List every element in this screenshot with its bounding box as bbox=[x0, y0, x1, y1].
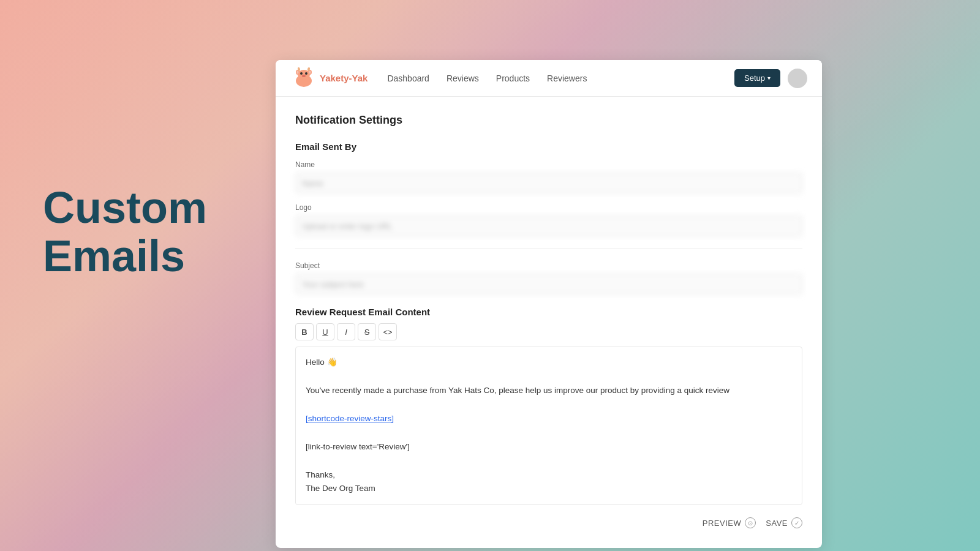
nav-reviewers[interactable]: Reviewers bbox=[547, 73, 587, 83]
email-content-title: Review Request Email Content bbox=[295, 307, 802, 317]
nav-links: Dashboard Reviews Products Reviewers bbox=[387, 73, 734, 83]
email-body-text: You've recently made a purchase from Yak… bbox=[306, 384, 792, 398]
email-sent-by-title: Email Sent By bbox=[295, 141, 802, 152]
save-button[interactable]: SAVE ✓ bbox=[766, 517, 802, 528]
svg-point-8 bbox=[309, 70, 311, 73]
name-input[interactable] bbox=[295, 173, 802, 193]
subject-label: Subject bbox=[295, 261, 802, 270]
navbar: Yakety-Yak Dashboard Reviews Products Re… bbox=[276, 60, 822, 97]
logo-input[interactable] bbox=[295, 216, 802, 236]
email-sent-by-section: Email Sent By Name Logo bbox=[295, 141, 802, 236]
save-icon: ✓ bbox=[791, 517, 802, 528]
footer-actions: PREVIEW ⊙ SAVE ✓ bbox=[295, 517, 802, 528]
email-shortcode-link[interactable]: [link-to-review text='Review'] bbox=[306, 440, 792, 454]
setup-button[interactable]: Setup ▾ bbox=[734, 69, 780, 87]
preview-label: PREVIEW bbox=[703, 519, 741, 528]
nav-right: Setup ▾ bbox=[734, 69, 807, 88]
strikethrough-button[interactable]: S bbox=[358, 323, 376, 340]
svg-point-7 bbox=[297, 70, 299, 73]
name-label: Name bbox=[295, 160, 802, 169]
code-button[interactable]: <> bbox=[379, 323, 397, 340]
svg-point-4 bbox=[302, 75, 306, 77]
nav-products[interactable]: Products bbox=[496, 73, 530, 83]
email-team: The Dev Org Team bbox=[306, 482, 792, 496]
main-card: Yakety-Yak Dashboard Reviews Products Re… bbox=[276, 60, 822, 548]
brand-name: Yakety-Yak bbox=[320, 73, 368, 83]
divider bbox=[295, 249, 802, 249]
email-shortcode-stars[interactable]: [shortcode-review-stars] bbox=[306, 412, 792, 426]
chevron-down-icon: ▾ bbox=[767, 75, 771, 81]
email-greeting: Hello 👋 bbox=[306, 356, 792, 370]
svg-point-3 bbox=[305, 72, 307, 75]
email-content-section: Review Request Email Content B U I S <> … bbox=[295, 307, 802, 505]
svg-point-2 bbox=[300, 72, 303, 75]
content-area: Notification Settings Email Sent By Name… bbox=[276, 97, 822, 548]
email-body[interactable]: Hello 👋 You've recently made a purchase … bbox=[295, 347, 802, 505]
preview-button[interactable]: PREVIEW ⊙ bbox=[703, 517, 756, 528]
bold-button[interactable]: B bbox=[295, 323, 314, 340]
subject-input[interactable] bbox=[295, 274, 802, 294]
nav-reviews[interactable]: Reviews bbox=[447, 73, 479, 83]
page-title: Notification Settings bbox=[295, 114, 802, 127]
email-closing: Thanks, bbox=[306, 468, 792, 482]
name-field-group: Name bbox=[295, 160, 802, 193]
italic-button[interactable]: I bbox=[337, 323, 355, 340]
brand-logo-icon bbox=[290, 65, 317, 92]
hero-text: Custom Emails bbox=[43, 184, 207, 280]
subject-section: Subject bbox=[295, 261, 802, 294]
logo-area: Yakety-Yak bbox=[290, 65, 368, 92]
toolbar: B U I S <> bbox=[295, 323, 802, 340]
preview-icon: ⊙ bbox=[745, 517, 756, 528]
avatar bbox=[788, 69, 807, 88]
save-label: SAVE bbox=[766, 519, 788, 528]
logo-field-group: Logo bbox=[295, 203, 802, 236]
logo-label: Logo bbox=[295, 203, 802, 212]
underline-button[interactable]: U bbox=[316, 323, 334, 340]
nav-dashboard[interactable]: Dashboard bbox=[387, 73, 429, 83]
